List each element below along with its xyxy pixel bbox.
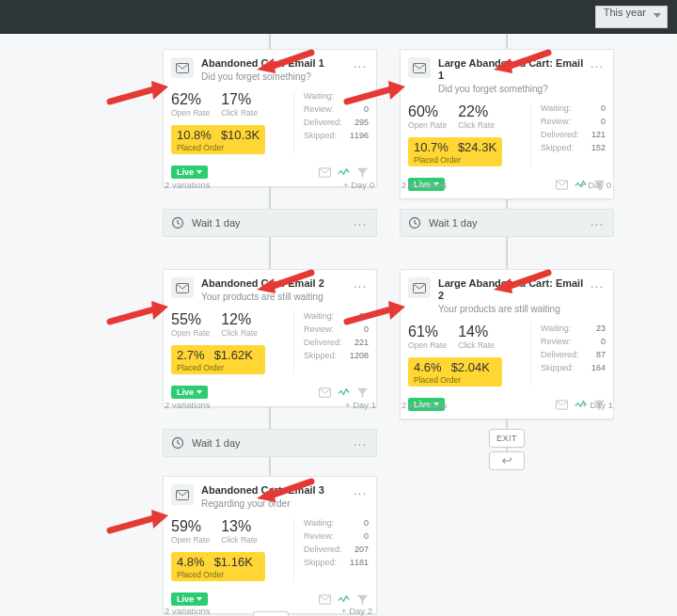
email-card-5[interactable]: Abandoned Cart: Email 3 Regarding your o… bbox=[163, 476, 377, 614]
open-rate-value: 60% bbox=[408, 103, 447, 120]
exit-button[interactable]: EXIT bbox=[253, 611, 289, 616]
day-label: + Day 2 bbox=[341, 606, 372, 616]
flow-canvas: Abandoned Cart: Email 1 Did you forget s… bbox=[0, 34, 677, 616]
click-rate-value: 22% bbox=[458, 103, 495, 120]
variations-label: 2 variations bbox=[401, 400, 448, 410]
open-rate-label: Open Rate bbox=[171, 108, 210, 118]
live-text: Live bbox=[177, 167, 194, 177]
skipped-label: Skipped: bbox=[304, 131, 337, 140]
mail-icon bbox=[171, 277, 194, 298]
chevron-down-icon bbox=[197, 390, 202, 394]
card-subtitle: Did you forget something? bbox=[201, 71, 352, 82]
day-label: + Day 1 bbox=[582, 400, 613, 410]
exit-return-button[interactable] bbox=[489, 451, 525, 470]
live-badge[interactable]: Live bbox=[171, 166, 208, 179]
day-label: + Day 1 bbox=[345, 400, 376, 410]
card-title: Large Abandoned Cart: Email 1 bbox=[438, 57, 589, 82]
filter-icon[interactable] bbox=[355, 386, 369, 399]
live-badge[interactable]: Live bbox=[171, 386, 208, 399]
mail-small-icon[interactable] bbox=[555, 398, 568, 411]
more-button[interactable]: ··· bbox=[589, 217, 606, 230]
date-range-label: This year bbox=[604, 7, 646, 18]
clock-icon bbox=[408, 216, 421, 229]
review-label: Review: bbox=[304, 104, 334, 114]
return-icon bbox=[501, 455, 512, 466]
exit-button[interactable]: EXIT bbox=[489, 429, 525, 448]
email-card-1[interactable]: Abandoned Cart: Email 1 Did you forget s… bbox=[163, 49, 377, 187]
placed-order-pill: 10.8%$10.3K Placed Order bbox=[171, 125, 265, 154]
variations-label: 2 variations bbox=[165, 606, 211, 616]
skipped-value: 1196 bbox=[350, 131, 369, 140]
wait-step[interactable]: Wait 1 day ··· bbox=[163, 209, 377, 237]
delivered-label: Delivered: bbox=[304, 118, 342, 127]
variations-label: 2 variations bbox=[401, 180, 448, 190]
more-button[interactable]: ··· bbox=[352, 437, 369, 450]
placed-order-pill: 10.7%$24.3K Placed Order bbox=[408, 137, 502, 166]
card-subtitle: Did you forget something? bbox=[438, 84, 589, 94]
more-button[interactable]: ··· bbox=[352, 486, 369, 499]
placed-order-pill: 4.8%$1.16K Placed Order bbox=[171, 552, 265, 581]
card-title: Abandoned Cart: Email 1 bbox=[201, 57, 352, 70]
mail-icon bbox=[408, 277, 431, 298]
review-value: 0 bbox=[364, 104, 369, 114]
wait-step[interactable]: Wait 1 day ··· bbox=[163, 429, 377, 457]
mail-small-icon[interactable] bbox=[318, 386, 331, 399]
placed-label: Placed Order bbox=[177, 143, 260, 152]
variations-label: 2 variations bbox=[165, 180, 211, 190]
more-button[interactable]: ··· bbox=[352, 279, 369, 292]
wait-label: Wait 1 day bbox=[192, 217, 352, 229]
filter-icon[interactable] bbox=[355, 166, 369, 179]
mail-small-icon[interactable] bbox=[318, 592, 331, 606]
mail-small-icon[interactable] bbox=[318, 166, 331, 179]
top-bar: This year bbox=[0, 0, 677, 34]
live-badge[interactable]: Live bbox=[171, 592, 208, 606]
mail-icon bbox=[171, 57, 194, 78]
placed-order-pill: 2.7%$1.62K Placed Order bbox=[171, 345, 265, 374]
click-rate-value: 17% bbox=[221, 91, 258, 108]
more-button[interactable]: ··· bbox=[352, 59, 369, 72]
more-button[interactable]: ··· bbox=[352, 217, 369, 230]
day-label: + Day 0 bbox=[343, 180, 374, 190]
day-label: + Day 0 bbox=[580, 180, 611, 190]
filter-icon[interactable] bbox=[355, 592, 369, 606]
clock-icon bbox=[171, 436, 184, 450]
placed-pct: 10.8% bbox=[177, 128, 212, 142]
activity-icon[interactable] bbox=[337, 166, 350, 179]
activity-icon[interactable] bbox=[337, 592, 350, 606]
click-rate-label: Click Rate bbox=[221, 108, 258, 118]
open-rate-value: 62% bbox=[171, 91, 210, 108]
clock-icon bbox=[171, 216, 184, 229]
activity-icon[interactable] bbox=[337, 386, 350, 399]
placed-order-pill: 4.6%$2.04K Placed Order bbox=[408, 357, 502, 387]
chevron-down-icon bbox=[197, 170, 202, 174]
date-range-select[interactable]: This year bbox=[595, 6, 668, 28]
more-button[interactable]: ··· bbox=[589, 279, 606, 292]
waiting-label: Waiting: bbox=[304, 91, 334, 101]
chevron-down-icon bbox=[197, 597, 202, 601]
wait-step[interactable]: Wait 1 day ··· bbox=[400, 209, 614, 237]
mail-icon bbox=[408, 57, 431, 78]
chevron-down-icon bbox=[653, 13, 661, 18]
placed-val: $10.3K bbox=[221, 128, 260, 142]
mail-icon bbox=[171, 484, 194, 505]
mail-small-icon[interactable] bbox=[555, 178, 568, 191]
email-card-4[interactable]: Large Abandoned Cart: Email 2 Your produ… bbox=[400, 269, 614, 419]
email-card-3[interactable]: Abandoned Cart: Email 2 Your products ar… bbox=[163, 269, 377, 407]
delivered-value: 295 bbox=[354, 118, 369, 127]
waiting-value: 0 bbox=[364, 91, 369, 101]
more-button[interactable]: ··· bbox=[589, 59, 606, 72]
email-card-2[interactable]: Large Abandoned Cart: Email 1 Did you fo… bbox=[400, 49, 614, 199]
variations-label: 2 variations bbox=[165, 400, 211, 410]
